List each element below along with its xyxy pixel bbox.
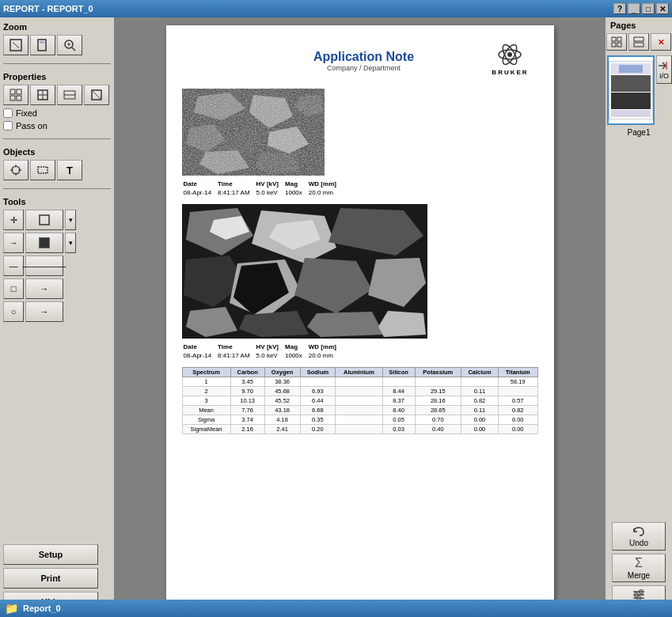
zoom-page-button[interactable] [30,35,55,55]
svg-point-29 [507,52,512,57]
io-button[interactable]: I/O [656,55,672,84]
tools-row-1: ✛ ▾ [3,210,111,230]
mag-val-1: 1000x [285,189,307,196]
mag-header-1: Mag [285,180,307,187]
tool-fill-dropdown[interactable]: ▾ [65,233,76,253]
bruker-text: BRUKER [492,69,528,76]
mag-val-2: 1000x [285,352,307,359]
obj-text-button[interactable]: T [57,160,82,180]
zoom-fit-button[interactable] [3,35,28,55]
report-header: Application Note Company / Department BR… [182,41,538,81]
divider-2 [3,138,111,139]
tool-small-rect[interactable]: □ [3,278,24,299]
mag-header-2: Mag [285,343,307,350]
svg-rect-24 [38,167,47,173]
report-subtitle-text: Company / Department [313,64,414,72]
fixed-checkbox[interactable] [3,108,13,118]
setup-button[interactable]: Setup [3,544,98,565]
svg-rect-10 [10,96,15,100]
tool-fill[interactable] [25,233,63,253]
svg-rect-25 [40,215,49,225]
table-header-row: Spectrum Carbon Oxygen Sodium Aluminium … [182,368,537,377]
pass-on-row: Pass on [3,121,111,131]
wd-val-1: 20.0 mm [309,189,341,196]
pages-toolbar: ✕ [606,33,671,51]
report-name: Report_0 [23,604,61,613]
tool-circle[interactable]: ○ [3,301,24,322]
pages-grid-4-btn[interactable] [628,33,649,51]
fixed-row: Fixed [3,108,111,118]
wd-header-2: WD [mm] [309,343,341,350]
tool-rect-dropdown[interactable]: ▾ [65,210,76,230]
table-row: 13.4538.3658.19 [182,377,537,387]
title-bar-controls: ? _ □ ✕ [613,3,669,14]
col-oxygen: Oxygen [264,368,300,377]
tool-arrow-right[interactable]: → [3,233,24,253]
tools-section: Tools ✛ ▾ → ▾ [3,197,111,322]
tool-rect-select[interactable] [25,210,63,230]
page-1-label: Page1 [628,128,651,137]
svg-rect-39 [182,89,325,176]
merge-sigma-icon: Σ [635,556,643,570]
image-1-container: Date Time HV [kV] Mag WD [mm] 08-Apr-14 … [182,89,538,198]
properties-label: Properties [3,72,111,81]
obj-crosshair-button[interactable] [3,160,28,180]
table-row: Mean7.7643.186.688.4028.650.110.82 [182,406,537,415]
table-row: SigmaMean2.162.410.200.030.400.000.00 [182,425,537,434]
maximize-button[interactable]: □ [642,3,655,14]
zoom-magnify-button[interactable] [57,35,82,55]
pages-delete-btn[interactable]: ✕ [651,33,671,51]
tool-long-line[interactable]: ————— [25,256,63,276]
zoom-section: Zoom [3,22,111,55]
merge-label: Merge [628,571,650,580]
hv-header-1: HV [kV] [256,180,283,187]
minimize-button[interactable]: _ [628,3,640,14]
time-val-2: 8:41:17 AM [218,352,254,359]
svg-rect-66 [633,597,644,599]
bruker-logo: BRUKER [482,41,537,81]
io-label: I/O [659,72,669,80]
tool-line-style[interactable]: — [3,256,24,276]
hv-val-1: 5.0 keV [256,189,283,196]
divider-3 [3,188,111,189]
wd-val-2: 20.0 mm [309,352,341,359]
date-header-1: Date [184,180,217,187]
date-header-2: Date [184,343,217,350]
time-header-2: Time [218,343,254,350]
prop-btn-2[interactable] [30,85,55,105]
pass-on-checkbox[interactable] [3,121,13,131]
tool-arrow-right-2[interactable]: → [25,278,63,299]
tools-row-4: □ → [3,278,111,299]
tool-arrow-right-3[interactable]: → [25,301,63,322]
zoom-buttons [3,35,111,55]
help-button[interactable]: ? [613,3,626,14]
canvas-area[interactable]: Application Note Company / Department BR… [115,17,605,617]
print-button[interactable]: Print [3,568,98,589]
obj-rect-button[interactable] [30,160,55,180]
svg-rect-55 [612,37,616,41]
table-row: 29.7045.686.938.4429.150.11 [182,387,537,396]
hv-header-2: HV [kV] [256,343,283,350]
objects-buttons: T [3,160,111,180]
wd-header-1: WD [mm] [309,180,341,187]
pages-grid-2-btn[interactable] [606,33,627,51]
tools-label: Tools [3,197,111,206]
prop-btn-4[interactable] [84,85,109,105]
svg-rect-57 [612,43,616,47]
prop-btn-1[interactable] [3,85,28,105]
folder-icon: 📁 [5,602,18,615]
tools-row-5: ○ → [3,301,111,322]
col-aluminium: Aluminium [336,368,382,377]
date-val-1: 08-Apr-14 [184,189,217,196]
undo-button[interactable]: Undo [612,522,666,551]
svg-line-1 [13,42,19,48]
pages-label: Pages [607,21,670,30]
properties-section: Properties Fixed [3,72,111,131]
page-1-thumbnail[interactable] [607,55,655,125]
prop-btn-3[interactable] [57,85,82,105]
close-button[interactable]: ✕ [656,3,669,14]
merge-button[interactable]: Σ Merge [612,554,666,582]
tool-move[interactable]: ✛ [3,210,24,230]
col-potassium: Potassium [415,368,461,377]
image-2-meta-table: Date Time HV [kV] Mag WD [mm] 08-Apr-14 … [182,342,343,361]
